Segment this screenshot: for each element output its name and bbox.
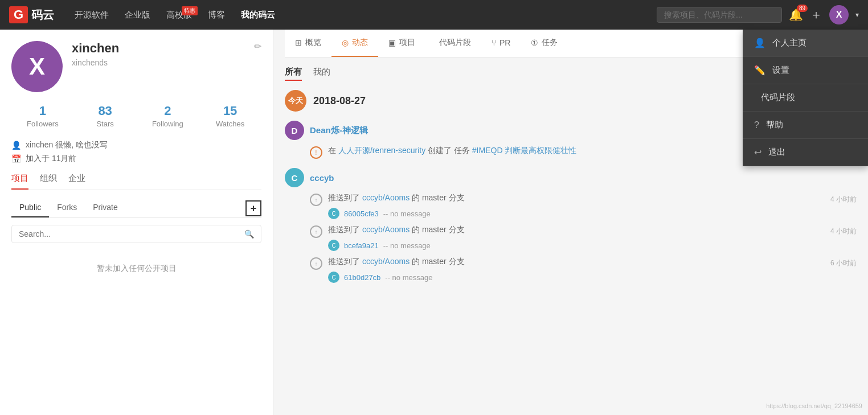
stat-followers[interactable]: 1Followers	[11, 104, 74, 129]
navbar-link-开源软件[interactable]: 开源软件	[68, 6, 116, 24]
feed-event-text-1: 推送到了 cccyb/Aooms 的 master 分支	[328, 225, 465, 235]
notification-badge: 89	[797, 5, 808, 12]
left-sidebar: X xinchen xinchends ✏ 1Followers83Stars2…	[0, 30, 273, 415]
feed-event-cccyb-0: ↑推送到了 cccyb/Aooms 的 master 分支4 小时前 C 860…	[285, 193, 857, 219]
dropdown-item-个人主页[interactable]: 👤个人主页	[743, 30, 868, 57]
meta-join: 📅 加入于 11月前	[11, 154, 261, 164]
logo-text: 码云	[31, 7, 54, 23]
feed-link-0-1[interactable]: 人人开源/renren-security	[338, 146, 425, 155]
feed-event-text-0: 在 人人开源/renren-security 创建了 任务 #IMEQD 判断最…	[328, 146, 576, 156]
logo[interactable]: G 码云	[9, 6, 54, 23]
main-tab-任务[interactable]: ①任务	[521, 30, 568, 57]
feed-event-text-0: 推送到了 cccyb/Aooms 的 master 分支	[328, 193, 465, 203]
feed-event-row-1: 推送到了 cccyb/Aooms 的 master 分支4 小时前	[328, 225, 857, 237]
main-tab-动态[interactable]: ◎动态	[331, 30, 378, 57]
feed-event-cccyb-2: ↑推送到了 cccyb/Aooms 的 master 分支6 小时前 C 61b…	[285, 257, 857, 283]
commit-hash-0[interactable]: 86005cfe3	[344, 209, 379, 218]
commit-avatar-0: C	[328, 272, 339, 283]
navbar-link-企业版[interactable]: 企业版	[118, 6, 157, 24]
dropdown-item-代码片段[interactable]: 代码片段	[743, 84, 868, 112]
main-tab-项目[interactable]: ▣项目	[378, 30, 425, 57]
repo-search-wrap[interactable]: 🔍	[11, 225, 261, 243]
avatar-dropdown-arrow[interactable]: ▾	[855, 11, 859, 19]
commit-avatar-0: C	[328, 208, 339, 219]
badge-高校版: 特惠	[182, 6, 198, 15]
navbar-right: 🔔 89 ＋ X ▾	[657, 5, 859, 24]
main-tab-代码片段[interactable]: 代码片段	[425, 30, 481, 57]
filter-我的[interactable]: 我的	[313, 67, 330, 81]
commit-item-0: C bcefa9a21 -- no message	[328, 240, 857, 251]
stat-number-following: 2	[137, 104, 199, 118]
tab-label-代码片段: 代码片段	[439, 38, 471, 48]
stat-label-watches: Watches	[216, 120, 244, 128]
stat-number-stars: 83	[74, 104, 137, 118]
commit-msg-0: -- no message	[383, 241, 431, 250]
feed-link-1-1[interactable]: cccyb/Aooms	[362, 225, 410, 234]
feed-avatar-cccyb: C	[285, 168, 304, 187]
feed-username-cccyb[interactable]: cccyb	[310, 173, 334, 183]
today-badge: 今天	[285, 90, 306, 112]
bio-icon: 👤	[11, 141, 21, 150]
avatar-button[interactable]: X	[829, 5, 849, 24]
meta-bio: 👤 xinchen 很懒, 啥也没写	[11, 140, 261, 150]
stat-number-watches: 15	[199, 104, 261, 118]
repo-search-input[interactable]	[19, 229, 244, 239]
tab-label-项目: 项目	[399, 38, 415, 48]
feed-username-Dean烁-神逻辑[interactable]: Dean烁-神逻辑	[310, 125, 368, 136]
repo-tabs: PublicForksPrivate+	[11, 199, 261, 218]
navbar-link-高校版[interactable]: 高校版特惠	[159, 6, 199, 24]
tab-label-动态: 动态	[352, 38, 368, 48]
repo-add-button[interactable]: +	[245, 200, 261, 216]
page-layout: X xinchen xinchends ✏ 1Followers83Stars2…	[0, 30, 868, 415]
logo-g-icon: G	[9, 6, 28, 23]
navbar: G 码云 开源软件企业版高校版特惠博客我的码云 🔔 89 ＋ X ▾ 👤个人主页…	[0, 0, 868, 30]
profile-tab-企业[interactable]: 企业	[68, 173, 85, 190]
feed-link-2-1[interactable]: cccyb/Aooms	[362, 257, 410, 266]
tab-icon-任务: ①	[531, 38, 538, 47]
tab-icon-PR: ⑂	[492, 38, 496, 47]
profile-tab-项目[interactable]: 项目	[11, 173, 28, 190]
bio-text: xinchen 很懒, 啥也没写	[26, 140, 108, 150]
profile-edit-icon[interactable]: ✏	[254, 41, 261, 52]
stat-watches[interactable]: 15Watches	[199, 104, 261, 129]
filter-所有[interactable]: 所有	[285, 67, 302, 81]
dropdown-icon-退出: ↩	[754, 147, 761, 158]
main-tab-PR[interactable]: ⑂PR	[481, 30, 521, 57]
dropdown-menu: 👤个人主页✏️设置代码片段?帮助↩退出	[743, 30, 868, 166]
feed-user-cccyb: C cccyb ↑推送到了 cccyb/Aooms 的 master 分支4 小…	[285, 168, 857, 283]
navbar-link-博客[interactable]: 博客	[201, 6, 232, 24]
dropdown-icon-个人主页: 👤	[754, 38, 765, 48]
date-text: 2018-08-27	[313, 95, 366, 107]
navbar-link-我的码云[interactable]: 我的码云	[234, 6, 282, 24]
repo-tab-private[interactable]: Private	[85, 199, 126, 217]
main-tab-概览[interactable]: ⊞概览	[285, 30, 331, 57]
tab-label-任务: 任务	[542, 38, 558, 48]
feed-link-0-3[interactable]: #IMEQD 判断最高权限健壮性	[472, 146, 577, 155]
feed-event-icon-push: ↑	[310, 194, 322, 206]
stat-following[interactable]: 2Following	[137, 104, 199, 129]
profile-tab-组织[interactable]: 组织	[40, 173, 57, 190]
commit-item-0: C 61b0d27cb -- no message	[328, 272, 857, 283]
notification-button[interactable]: 🔔 89	[789, 8, 803, 22]
dropdown-item-帮助[interactable]: ?帮助	[743, 112, 868, 139]
feed-event-text-2: 推送到了 cccyb/Aooms 的 master 分支	[328, 257, 465, 267]
add-button[interactable]: ＋	[810, 6, 822, 23]
feed-user-header-cccyb: C cccyb	[285, 168, 857, 187]
tab-icon-动态: ◎	[342, 38, 349, 47]
repo-tab-forks[interactable]: Forks	[49, 199, 85, 217]
repo-tab-public[interactable]: Public	[11, 199, 49, 217]
feed-event-icon-push: ↑	[310, 225, 322, 238]
commit-hash-0[interactable]: bcefa9a21	[344, 241, 379, 250]
search-input[interactable]	[664, 10, 775, 19]
commit-item-0: C 86005cfe3 -- no message	[328, 208, 857, 219]
commit-hash-0[interactable]: 61b0d27cb	[344, 273, 380, 282]
dropdown-item-设置[interactable]: ✏️设置	[743, 57, 868, 84]
search-box[interactable]	[657, 7, 782, 23]
repo-search-icon: 🔍	[244, 229, 254, 239]
dropdown-item-退出[interactable]: ↩退出	[743, 139, 868, 166]
profile-avatar: X	[11, 41, 63, 92]
stat-stars[interactable]: 83Stars	[74, 104, 137, 129]
feed-link-0-1[interactable]: cccyb/Aooms	[362, 193, 410, 202]
dropdown-label-设置: 设置	[772, 65, 789, 76]
tab-label-PR: PR	[499, 38, 510, 47]
